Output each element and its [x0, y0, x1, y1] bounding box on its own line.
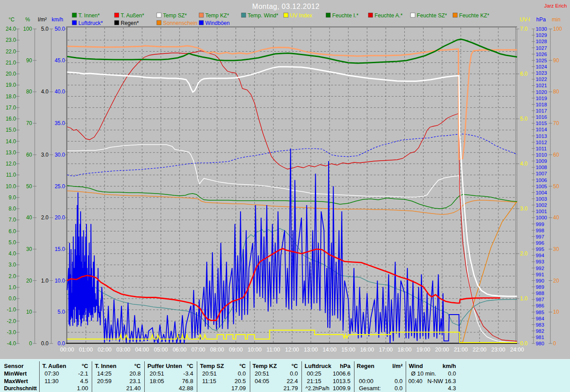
svg-text:0: 0: [29, 340, 32, 347]
svg-text:04:00: 04:00: [135, 347, 149, 353]
svg-text:1006: 1006: [536, 178, 547, 183]
svg-text:1013: 1013: [536, 133, 547, 139]
svg-text:15:00: 15:00: [342, 347, 355, 353]
svg-text:%: %: [25, 16, 30, 23]
svg-text:T. Außen*: T. Außen*: [121, 12, 144, 19]
svg-text:Montag, 03.12.2012: Montag, 03.12.2012: [252, 3, 319, 10]
svg-text:T. Innen*: T. Innen*: [78, 12, 100, 19]
svg-text:4.0: 4.0: [8, 251, 16, 257]
svg-text:30: 30: [553, 246, 559, 252]
svg-text:-1.0: -1.0: [7, 307, 16, 313]
svg-text:16.0: 16.0: [6, 116, 16, 122]
svg-text:70: 70: [553, 120, 559, 126]
svg-text:100: 100: [23, 26, 32, 32]
svg-text:6.0: 6.0: [8, 228, 16, 234]
svg-text:983: 983: [536, 322, 544, 327]
svg-text:20: 20: [553, 278, 559, 284]
svg-text:988: 988: [536, 291, 544, 296]
svg-text:996: 996: [536, 240, 544, 246]
svg-text:3.0: 3.0: [8, 262, 16, 268]
svg-text:10: 10: [26, 309, 33, 315]
svg-text:2.0: 2.0: [41, 214, 49, 221]
svg-text:Feuchte A.*: Feuchte A.*: [375, 12, 403, 19]
svg-text:8.0: 8.0: [8, 206, 16, 212]
svg-text:980: 980: [536, 341, 544, 346]
svg-text:35.0: 35.0: [55, 120, 65, 126]
svg-text:00:00: 00:00: [60, 347, 74, 353]
svg-text:23.0: 23.0: [6, 37, 16, 43]
svg-text:01:00: 01:00: [79, 347, 93, 353]
svg-text:999: 999: [536, 222, 544, 227]
svg-text:3.0: 3.0: [520, 206, 528, 212]
svg-text:18.0: 18.0: [6, 93, 16, 100]
svg-text:l/m²: l/m²: [38, 16, 47, 23]
svg-text:40: 40: [26, 214, 33, 221]
svg-text:80: 80: [553, 89, 559, 95]
svg-text:1.0: 1.0: [41, 278, 49, 284]
svg-text:UV Index: UV Index: [290, 12, 312, 19]
svg-text:25.0: 25.0: [55, 183, 65, 190]
svg-text:21:00: 21:00: [454, 347, 468, 353]
svg-text:1018: 1018: [536, 102, 547, 107]
svg-text:1009: 1009: [536, 158, 547, 164]
svg-text:5.0: 5.0: [57, 309, 65, 315]
svg-text:09:00: 09:00: [229, 347, 243, 353]
svg-text:10:00: 10:00: [248, 347, 261, 353]
svg-text:05:00: 05:00: [154, 347, 168, 353]
svg-text:Sonnenschein: Sonnenschein: [163, 20, 197, 26]
svg-text:17.0: 17.0: [6, 105, 16, 111]
svg-text:981: 981: [536, 335, 544, 340]
svg-text:Luftdruck*: Luftdruck*: [78, 20, 103, 26]
svg-text:1007: 1007: [536, 171, 547, 176]
svg-text:°C: °C: [8, 16, 15, 23]
svg-text:997: 997: [536, 234, 544, 239]
svg-text:Temp. Wind*: Temp. Wind*: [248, 12, 278, 19]
svg-text:1014: 1014: [536, 127, 547, 132]
svg-text:1.0: 1.0: [8, 284, 16, 291]
svg-text:995: 995: [536, 247, 544, 252]
svg-text:0.0: 0.0: [57, 340, 65, 347]
svg-text:985: 985: [536, 310, 544, 315]
svg-text:4.0: 4.0: [41, 89, 49, 95]
svg-text:2.0: 2.0: [520, 251, 528, 257]
svg-text:993: 993: [536, 259, 544, 264]
svg-text:986: 986: [536, 303, 544, 308]
svg-text:24:00: 24:00: [510, 347, 524, 353]
svg-text:994: 994: [536, 253, 544, 258]
svg-text:-4.0: -4.0: [7, 340, 16, 347]
svg-text:Regen*: Regen*: [121, 20, 139, 26]
svg-text:3.0: 3.0: [41, 152, 49, 158]
svg-text:30.0: 30.0: [55, 152, 65, 158]
svg-text:20.0: 20.0: [6, 71, 16, 77]
svg-text:1000: 1000: [536, 215, 547, 220]
svg-text:45.0: 45.0: [55, 57, 65, 64]
svg-text:1016: 1016: [536, 114, 547, 120]
svg-text:984: 984: [536, 316, 544, 321]
svg-text:Windböen: Windböen: [205, 20, 230, 26]
svg-text:23:00: 23:00: [491, 347, 505, 353]
svg-text:20: 20: [26, 278, 33, 284]
svg-text:1026: 1026: [536, 52, 547, 57]
svg-text:11.0: 11.0: [6, 172, 16, 178]
svg-text:1028: 1028: [536, 39, 547, 44]
svg-text:1.0: 1.0: [520, 295, 528, 302]
svg-text:12.0: 12.0: [6, 161, 16, 167]
svg-text:10: 10: [553, 309, 559, 315]
svg-text:Jarz Erich: Jarz Erich: [544, 3, 567, 8]
svg-text:03:00: 03:00: [116, 347, 130, 353]
svg-text:07:00: 07:00: [191, 347, 205, 353]
svg-text:7.0: 7.0: [520, 26, 528, 32]
svg-text:20.0: 20.0: [55, 214, 65, 221]
svg-text:20:00: 20:00: [435, 347, 449, 353]
svg-text:02:00: 02:00: [98, 347, 111, 353]
svg-text:4.0: 4.0: [520, 161, 528, 167]
svg-text:-2.0: -2.0: [7, 318, 16, 324]
svg-text:1012: 1012: [536, 140, 547, 145]
svg-text:990: 990: [536, 278, 544, 283]
svg-text:13:00: 13:00: [304, 347, 318, 353]
svg-text:1008: 1008: [536, 165, 547, 170]
svg-text:1001: 1001: [536, 209, 547, 214]
svg-text:90: 90: [553, 57, 559, 64]
svg-text:50.0: 50.0: [55, 26, 65, 32]
svg-text:15.0: 15.0: [55, 246, 65, 252]
